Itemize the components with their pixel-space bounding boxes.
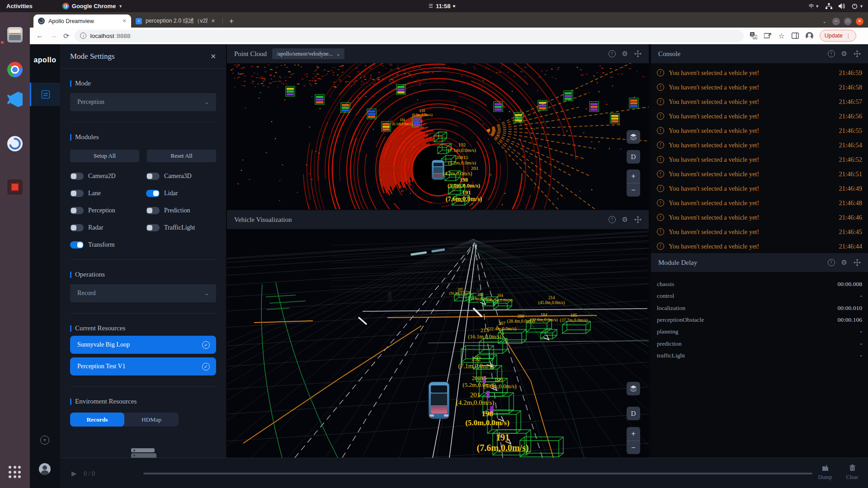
play-button[interactable]: ▶: [71, 469, 77, 478]
side-panel-icon[interactable]: [792, 33, 799, 39]
console-log-list[interactable]: !You haven't selected a vehicle yet!21:4…: [651, 63, 868, 252]
tab-hdmap[interactable]: HDMap: [124, 413, 179, 427]
help-icon[interactable]: ?: [609, 50, 616, 57]
resource-perception-test-v1[interactable]: Perception Test V1 ✓: [70, 357, 216, 375]
tab-close-icon[interactable]: ✕: [123, 18, 127, 24]
toggle-camera2d[interactable]: Camera2D: [70, 173, 146, 180]
switch[interactable]: [146, 190, 160, 197]
layers-button[interactable]: [627, 130, 640, 144]
vscode-app-icon[interactable]: [7, 92, 23, 107]
dimension-toggle-button[interactable]: D: [627, 150, 640, 164]
tab-perception-doc[interactable]: ≡ perception 2.0 综述（v2版 ✕: [131, 14, 220, 28]
settings-gear-icon[interactable]: ⚙: [622, 216, 628, 223]
address-bar[interactable]: i localhost:8888: [75, 30, 744, 42]
settings-gear-icon[interactable]: ⚙: [841, 259, 847, 266]
toggle-transform[interactable]: Transform: [70, 241, 146, 249]
input-method-indicator[interactable]: 中 ▼: [809, 3, 819, 9]
close-button[interactable]: ✕: [856, 18, 863, 25]
update-button[interactable]: Update ⋮: [820, 30, 856, 42]
kebab-menu-icon[interactable]: ⋮: [845, 33, 851, 39]
seek-bar[interactable]: [143, 473, 812, 474]
zoom-out-button[interactable]: −: [627, 183, 640, 197]
help-icon[interactable]: ?: [828, 50, 835, 57]
toggle-camera3d[interactable]: Camera3D: [146, 173, 216, 180]
layers-button[interactable]: [627, 382, 640, 395]
chrome-app-icon[interactable]: [7, 62, 23, 77]
close-icon[interactable]: ✕: [210, 52, 216, 61]
dimension-toggle-button[interactable]: D: [627, 407, 640, 420]
site-info-icon[interactable]: i: [80, 33, 86, 39]
clear-button[interactable]: Clear: [839, 465, 866, 481]
obstacle-label: 185: [571, 313, 577, 318]
switch[interactable]: [70, 207, 84, 214]
volume-icon[interactable]: [839, 3, 845, 9]
console-message: You haven't selected a vehicle yet!: [669, 214, 759, 221]
new-tab-button[interactable]: +: [226, 17, 237, 26]
user-avatar[interactable]: [39, 463, 51, 475]
back-button[interactable]: ←: [36, 32, 43, 40]
files-app-icon[interactable]: [7, 27, 23, 42]
toggle-lidar[interactable]: Lidar: [146, 190, 216, 197]
switch[interactable]: [70, 173, 84, 180]
share-icon[interactable]: [764, 33, 771, 39]
tab-close-icon[interactable]: ✕: [211, 18, 215, 24]
toggle-prediction[interactable]: Prediction: [146, 207, 216, 214]
chevron-down-icon: ⌄: [205, 291, 209, 296]
setup-all-button[interactable]: Setup All: [70, 150, 139, 162]
shield-app-icon[interactable]: [7, 136, 23, 151]
vehicle-visualization-scene[interactable]: 205 (50.3m,0.0m/s) 202 (44.3m,0.0m/s) 20…: [227, 229, 649, 458]
help-icon[interactable]: ?: [828, 259, 835, 266]
mode-select[interactable]: Perception ⌄: [70, 93, 216, 111]
forward-button[interactable]: →: [50, 32, 57, 40]
point-cloud-scene[interactable]: 218 (6.0m,0.0m/s) 184 (6.1m,0.0m/s) 192 …: [227, 63, 649, 209]
dump-button[interactable]: Dump: [811, 465, 839, 481]
switch[interactable]: [146, 207, 160, 214]
toggle-trafficlight[interactable]: TrafficLight: [146, 224, 216, 231]
switch[interactable]: [70, 241, 84, 249]
mode-settings-nav-item[interactable]: [30, 83, 60, 106]
minimize-button[interactable]: −: [832, 18, 840, 25]
help-icon[interactable]: ?: [609, 216, 616, 223]
power-menu[interactable]: ▼: [852, 3, 863, 9]
profile-avatar[interactable]: [806, 32, 813, 40]
switch[interactable]: [146, 224, 160, 231]
operations-select[interactable]: Record ⌄: [70, 284, 216, 302]
settings-gear-icon[interactable]: ⚙: [841, 51, 847, 57]
translate-icon[interactable]: 文A: [750, 32, 757, 39]
show-applications-button[interactable]: [8, 465, 22, 479]
doc-favicon: ≡: [136, 18, 142, 24]
move-panel-icon[interactable]: [854, 50, 861, 57]
reload-button[interactable]: ⟳: [63, 32, 69, 40]
zoom-in-button[interactable]: +: [627, 427, 640, 441]
tab-apollo-dreamview[interactable]: Apollo Dreamview ✕: [33, 14, 131, 28]
mode-select-value: Perception: [77, 99, 104, 106]
add-panel-button[interactable]: +: [40, 436, 49, 445]
move-panel-icon[interactable]: [854, 259, 861, 266]
app-menu[interactable]: Google Chrome ▼: [62, 3, 123, 9]
tab-records[interactable]: Records: [70, 413, 124, 427]
maximize-button[interactable]: □: [844, 18, 852, 25]
toggle-perception[interactable]: Perception: [70, 207, 146, 214]
module-delay-value: 00:00.106: [838, 316, 862, 324]
module-delay-value: -: [860, 340, 863, 347]
channel-select[interactable]: /apollo/sensor/velodyne... ⌄: [272, 48, 344, 59]
switch[interactable]: [146, 173, 160, 180]
console-panel: Console ? ⚙ !You haven't selected a vehi…: [651, 44, 868, 252]
network-icon[interactable]: [826, 3, 832, 9]
software-app-icon[interactable]: [7, 179, 23, 195]
switch[interactable]: [70, 190, 84, 197]
switch[interactable]: [70, 224, 84, 231]
toggle-lane[interactable]: Lane: [70, 190, 146, 197]
window-menu-chevron[interactable]: ⌄: [823, 19, 826, 24]
zoom-out-button[interactable]: −: [627, 441, 640, 454]
bookmark-star-icon[interactable]: ☆: [778, 32, 784, 40]
move-panel-icon[interactable]: [634, 50, 642, 57]
zoom-in-button[interactable]: +: [627, 169, 640, 183]
move-panel-icon[interactable]: [634, 216, 642, 223]
clock-menu[interactable]: ☰ 11:58: [429, 3, 455, 9]
activities-button[interactable]: Activities: [6, 3, 33, 9]
settings-gear-icon[interactable]: ⚙: [622, 51, 628, 57]
toggle-radar[interactable]: Radar: [70, 224, 146, 231]
reset-all-button[interactable]: Reset All: [147, 150, 216, 162]
resource-sunnyvale-big-loop[interactable]: Sunnyvale Big Loop ✓: [70, 336, 216, 354]
